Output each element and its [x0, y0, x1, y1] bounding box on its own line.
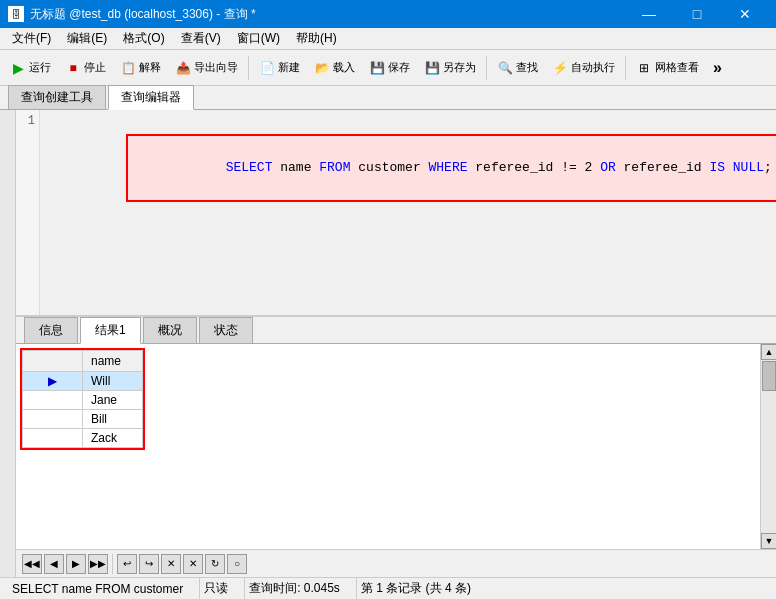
result-table-container: name ▶WillJaneBillZack [16, 344, 760, 549]
menu-edit[interactable]: 编辑(E) [59, 28, 115, 49]
load-button[interactable]: 📂 载入 [308, 54, 361, 82]
center-panel: 1 SELECT name FROM customer WHERE refere… [16, 110, 776, 577]
menu-file[interactable]: 文件(F) [4, 28, 59, 49]
scroll-up-button[interactable]: ▲ [761, 344, 776, 360]
grid-view-button[interactable]: ⊞ 网格查看 [630, 54, 705, 82]
cell-name: Bill [83, 410, 143, 429]
find-button[interactable]: 🔍 查找 [491, 54, 544, 82]
line-numbers: 1 [16, 110, 40, 315]
nav-delete-button[interactable]: ✕ [161, 554, 181, 574]
save-as-button[interactable]: 💾 另存为 [418, 54, 482, 82]
cell-name: Zack [83, 429, 143, 448]
sql-editor[interactable]: 1 SELECT name FROM customer WHERE refere… [16, 110, 776, 316]
tab-query-builder[interactable]: 查询创建工具 [8, 85, 106, 109]
nav-bar: ◀◀ ◀ ▶ ▶▶ ↩ ↪ ✕ ✕ ↻ ○ [16, 549, 776, 577]
scroll-down-button[interactable]: ▼ [761, 533, 776, 549]
row-indicator: ▶ [23, 372, 83, 391]
col-header-name: name [83, 351, 143, 372]
result-table: name ▶WillJaneBillZack [22, 350, 143, 448]
cell-name: Jane [83, 391, 143, 410]
menu-format[interactable]: 格式(O) [115, 28, 172, 49]
sql-highlighted-text: SELECT name FROM customer WHERE referee_… [126, 134, 776, 202]
status-bar: SELECT name FROM customer 只读 查询时间: 0.045… [0, 577, 776, 599]
scrollbar-track[interactable] [761, 360, 776, 533]
nav-redo-button[interactable]: ↪ [139, 554, 159, 574]
new-button[interactable]: 📄 新建 [253, 54, 306, 82]
load-icon: 📂 [314, 60, 330, 76]
toolbar: ▶ 运行 ■ 停止 📋 解释 📤 导出向导 📄 新建 📂 载入 💾 保存 💾 另… [0, 50, 776, 86]
menu-help[interactable]: 帮助(H) [288, 28, 345, 49]
status-sql: SELECT name FROM customer [8, 578, 200, 599]
save-as-icon: 💾 [424, 60, 440, 76]
tab-info[interactable]: 信息 [24, 317, 78, 343]
run-button[interactable]: ▶ 运行 [4, 54, 57, 82]
sql-line-1: SELECT name FROM customer WHERE referee_… [48, 114, 768, 222]
row-indicator [23, 391, 83, 410]
menu-view[interactable]: 查看(V) [173, 28, 229, 49]
nav-sep-1 [112, 554, 113, 574]
scrollbar-thumb[interactable] [762, 361, 776, 391]
nav-prev-button[interactable]: ◀ [44, 554, 64, 574]
result-area: name ▶WillJaneBillZack ▲ ▼ [16, 344, 776, 549]
nav-first-button[interactable]: ◀◀ [22, 554, 42, 574]
table-row[interactable]: Jane [23, 391, 143, 410]
export-button[interactable]: 📤 导出向导 [169, 54, 244, 82]
status-mode: 只读 [200, 578, 245, 599]
status-time: 查询时间: 0.045s [245, 578, 357, 599]
left-panel [0, 110, 16, 577]
cell-name: Will [83, 372, 143, 391]
nav-clear-button[interactable]: ✕ [183, 554, 203, 574]
query-tool-tabs: 查询创建工具 查询编辑器 [0, 86, 776, 110]
nav-undo-button[interactable]: ↩ [117, 554, 137, 574]
tab-status[interactable]: 状态 [199, 317, 253, 343]
export-icon: 📤 [175, 60, 191, 76]
app-icon: 🗄 [8, 6, 24, 22]
save-button[interactable]: 💾 保存 [363, 54, 416, 82]
sql-content[interactable]: SELECT name FROM customer WHERE referee_… [40, 110, 776, 315]
new-icon: 📄 [259, 60, 275, 76]
title-bar: 🗄 无标题 @test_db (localhost_3306) - 查询 * —… [0, 0, 776, 28]
stop-icon: ■ [65, 60, 81, 76]
result-scrollbar[interactable]: ▲ ▼ [760, 344, 776, 549]
row-indicator [23, 429, 83, 448]
table-row[interactable]: Bill [23, 410, 143, 429]
table-row[interactable]: ▶Will [23, 372, 143, 391]
autorun-button[interactable]: ⚡ 自动执行 [546, 54, 621, 82]
stop-button[interactable]: ■ 停止 [59, 54, 112, 82]
nav-stop-button[interactable]: ○ [227, 554, 247, 574]
autorun-icon: ⚡ [552, 60, 568, 76]
save-icon: 💾 [369, 60, 385, 76]
minimize-button[interactable]: — [626, 0, 672, 28]
explain-icon: 📋 [120, 60, 136, 76]
result-bordered: name ▶WillJaneBillZack [20, 348, 145, 450]
grid-icon: ⊞ [636, 60, 652, 76]
more-button[interactable]: » [707, 54, 728, 82]
maximize-button[interactable]: □ [674, 0, 720, 28]
indicator-header [23, 351, 83, 372]
menu-window[interactable]: 窗口(W) [229, 28, 288, 49]
row-indicator [23, 410, 83, 429]
menu-bar: 文件(F) 编辑(E) 格式(O) 查看(V) 窗口(W) 帮助(H) [0, 28, 776, 50]
result-tabs: 信息 结果1 概况 状态 [16, 316, 776, 344]
main-content: 1 SELECT name FROM customer WHERE refere… [0, 110, 776, 577]
run-icon: ▶ [10, 60, 26, 76]
tab-overview[interactable]: 概况 [143, 317, 197, 343]
status-records: 第 1 条记录 (共 4 条) [357, 578, 487, 599]
tab-result1[interactable]: 结果1 [80, 317, 141, 344]
tab-query-editor[interactable]: 查询编辑器 [108, 85, 194, 110]
nav-refresh-button[interactable]: ↻ [205, 554, 225, 574]
close-button[interactable]: ✕ [722, 0, 768, 28]
find-icon: 🔍 [497, 60, 513, 76]
window-title: 无标题 @test_db (localhost_3306) - 查询 * [30, 6, 256, 23]
nav-next-button[interactable]: ▶ [66, 554, 86, 574]
nav-last-button[interactable]: ▶▶ [88, 554, 108, 574]
explain-button[interactable]: 📋 解释 [114, 54, 167, 82]
table-row[interactable]: Zack [23, 429, 143, 448]
